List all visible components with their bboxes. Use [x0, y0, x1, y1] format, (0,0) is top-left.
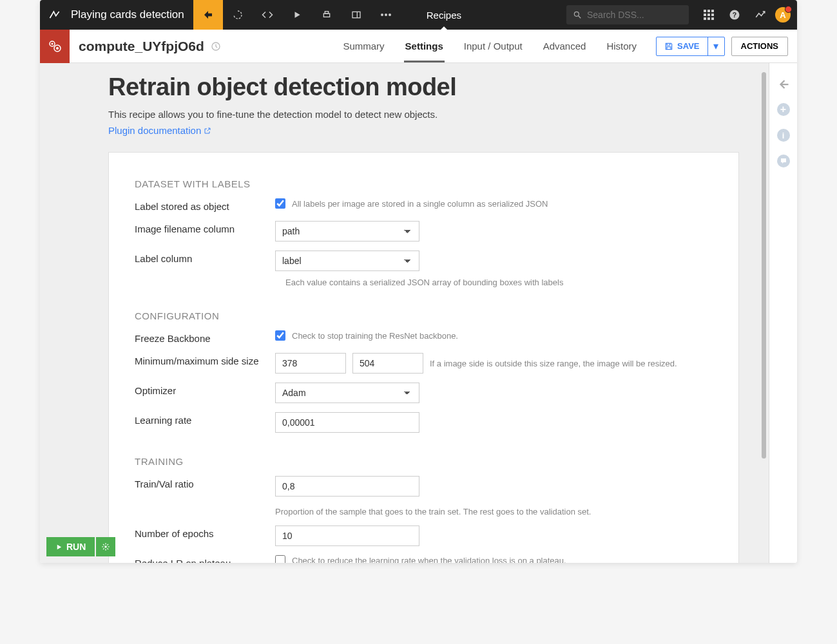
reduce-lr-checkbox[interactable] — [275, 555, 285, 563]
image-filename-column-select[interactable]: path — [275, 221, 419, 242]
svg-point-23 — [56, 47, 59, 50]
svg-rect-16 — [707, 17, 710, 20]
save-dropdown[interactable]: ▾ — [707, 37, 724, 55]
run-button[interactable]: RUN — [46, 537, 95, 556]
label-column-help: Each value contains a serialized JSON ar… — [285, 278, 563, 287]
play-icon — [55, 544, 63, 551]
actions-button[interactable]: ACTIONS — [731, 37, 789, 56]
apps-icon[interactable] — [698, 4, 720, 26]
label-stored-help: All labels per image are stored in a sin… — [292, 199, 548, 209]
recipe-name: compute_UYfpjO6d — [79, 39, 204, 54]
svg-rect-14 — [711, 14, 714, 16]
svg-rect-12 — [704, 14, 706, 16]
min-side-input[interactable] — [275, 353, 346, 374]
cycle-icon[interactable] — [223, 0, 253, 30]
svg-point-5 — [385, 14, 387, 16]
train-val-ratio-help: Proportion of the sample that goes to th… — [275, 507, 591, 516]
search-icon — [573, 10, 582, 19]
code-icon[interactable] — [253, 0, 282, 30]
tab-settings[interactable]: Settings — [404, 30, 445, 62]
svg-point-22 — [52, 43, 53, 44]
save-button-label: SAVE — [677, 41, 699, 51]
run-button-label: RUN — [66, 542, 86, 552]
page-title: Retrain object detection model — [108, 73, 739, 101]
user-avatar[interactable]: A — [775, 7, 791, 23]
activity-icon[interactable] — [749, 4, 771, 26]
svg-rect-1 — [325, 12, 328, 14]
info-bubble-icon[interactable]: i — [777, 129, 790, 142]
breadcrumb-recipes[interactable]: Recipes — [420, 0, 468, 30]
svg-rect-15 — [704, 17, 706, 20]
image-filename-column-label: Image filename column — [135, 221, 275, 234]
tab-summary[interactable]: Summary — [342, 30, 385, 62]
svg-rect-9 — [704, 10, 706, 12]
epochs-input[interactable] — [275, 526, 419, 546]
recipe-type-icon — [40, 30, 70, 63]
svg-rect-2 — [352, 12, 360, 17]
back-arrow-icon[interactable] — [778, 79, 789, 90]
gear-icon — [101, 542, 110, 551]
freeze-backbone-checkbox[interactable] — [275, 330, 285, 341]
chat-bubble-icon[interactable] — [777, 155, 790, 167]
side-size-label: Minimum/maximum side size — [135, 353, 275, 366]
scrollbar[interactable] — [762, 72, 766, 459]
main-content: Retrain object detection model This reci… — [40, 63, 769, 563]
svg-text:?: ? — [733, 11, 736, 19]
external-link-icon — [204, 127, 211, 135]
save-button[interactable]: SAVE — [657, 37, 707, 55]
tab-input-output[interactable]: Input / Output — [463, 30, 524, 62]
play-icon[interactable] — [282, 0, 312, 30]
train-val-ratio-label: Train/Val ratio — [135, 476, 275, 489]
plugin-doc-link[interactable]: Plugin documentation — [108, 125, 211, 136]
plugin-doc-link-label: Plugin documentation — [108, 125, 201, 136]
freeze-backbone-label: Freeze Backbone — [135, 330, 275, 344]
svg-rect-0 — [323, 14, 329, 17]
section-dataset-title: DATASET WITH LABELS — [135, 178, 713, 189]
run-strip: RUN — [46, 537, 115, 556]
svg-line-8 — [579, 16, 581, 19]
label-column-label: Label column — [135, 251, 275, 264]
section-config-title: CONFIGURATION — [135, 310, 713, 321]
freeze-backbone-help: Check to stop training the ResNet backbo… — [292, 331, 458, 341]
train-val-ratio-input[interactable] — [275, 476, 419, 497]
svg-rect-11 — [711, 10, 714, 12]
search-input[interactable] — [587, 10, 671, 20]
label-column-select[interactable]: label — [275, 251, 419, 271]
top-nav: Playing cards detection Recipes — [40, 0, 797, 30]
history-icon[interactable] — [211, 41, 221, 52]
optimizer-label: Optimizer — [135, 383, 275, 396]
svg-rect-17 — [711, 17, 714, 20]
project-name[interactable]: Playing cards detection — [70, 8, 193, 21]
save-button-group: SAVE ▾ — [656, 37, 724, 56]
tab-advanced[interactable]: Advanced — [542, 30, 588, 62]
save-icon — [664, 42, 673, 51]
epochs-label: Number of epochs — [135, 526, 275, 539]
settings-form: DATASET WITH LABELS Label stored as obje… — [108, 152, 739, 563]
section-training-title: TRAINING — [135, 456, 713, 467]
dataiku-logo-icon[interactable] — [40, 8, 70, 21]
tab-history[interactable]: History — [605, 30, 638, 62]
flow-icon[interactable] — [193, 0, 223, 30]
print-icon[interactable] — [312, 0, 342, 30]
layout-icon[interactable] — [342, 0, 371, 30]
optimizer-select[interactable]: Adam — [275, 383, 419, 403]
side-size-help: If a image side is outside this size ran… — [430, 359, 677, 368]
label-stored-as-object-checkbox[interactable] — [275, 198, 285, 209]
help-icon[interactable]: ? — [724, 4, 746, 26]
more-icon[interactable] — [371, 0, 401, 30]
right-rail: + i — [769, 63, 797, 563]
tabs: Summary Settings Input / Output Advanced… — [342, 30, 638, 62]
learning-rate-input[interactable] — [275, 412, 419, 433]
search-box[interactable] — [566, 5, 689, 24]
run-settings-button[interactable] — [96, 537, 115, 556]
svg-point-25 — [105, 545, 108, 548]
reduce-lr-help: Check to reduce the learning rate when t… — [292, 556, 566, 564]
svg-point-7 — [574, 12, 579, 16]
add-bubble-icon[interactable]: + — [777, 103, 790, 116]
page-subtitle: This recipe allows you to fine-tune the … — [108, 109, 739, 120]
svg-rect-13 — [707, 14, 710, 16]
svg-point-6 — [389, 14, 391, 16]
max-side-input[interactable] — [352, 353, 423, 374]
label-stored-as-object-label: Label stored as object — [135, 198, 275, 212]
svg-rect-10 — [707, 10, 710, 12]
